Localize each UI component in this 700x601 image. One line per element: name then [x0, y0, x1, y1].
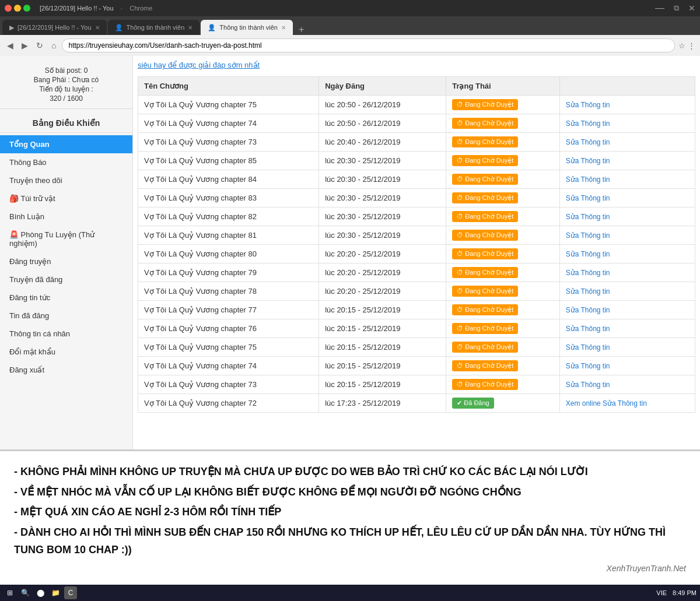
- sidebar-item-tin-da-dang[interactable]: Tin đã đăng: [0, 307, 132, 325]
- sua-thong-tin-link[interactable]: Sửa Thông tin: [566, 343, 610, 352]
- table-row: Vợ Tôi Là Quỷ Vương chapter 77lúc 20:15 …: [138, 301, 695, 319]
- address-bar: ◀ ▶ ↻ ⌂ ☆ ⋮: [0, 35, 700, 56]
- sidebar-item-dang-truyen[interactable]: Đăng truyện: [0, 252, 132, 270]
- back-button[interactable]: ◀: [5, 40, 16, 51]
- tab-2[interactable]: 👤 Thông tin thành viên ✕: [108, 20, 200, 35]
- tab-2-favicon: 👤: [115, 24, 123, 31]
- sidebar-item-binh-luan[interactable]: Bình Luận: [0, 208, 132, 226]
- sidebar-item-dang-tin-tuc[interactable]: Đăng tin tức: [0, 289, 132, 307]
- sua-thong-tin-link[interactable]: Sửa Thông tin: [566, 175, 610, 184]
- search-taskbar-icon[interactable]: 🔍: [19, 586, 32, 599]
- cell-ngay-dang: lúc 20:30 - 25/12/2019: [319, 208, 446, 226]
- sua-thong-tin-link[interactable]: Sửa Thông tin: [566, 231, 610, 240]
- sua-thong-tin-link[interactable]: Sửa Thông tin: [566, 213, 610, 221]
- announcement-line-1: - KHÔNG PHẢI MÌNH KHÔNG UP TRUYỆN MÀ CHƯ…: [14, 463, 686, 481]
- maximize-window-button[interactable]: [23, 5, 30, 12]
- sua-thong-tin-link[interactable]: Sửa Thông tin: [566, 194, 610, 202]
- sidebar-item-dang-xuat[interactable]: Đăng xuất: [0, 361, 132, 379]
- bookmark-icon[interactable]: ☆: [678, 41, 685, 50]
- cell-trang-thai: ⏱ Đang Chờ Duyệt: [446, 375, 560, 394]
- cell-ngay-dang: lúc 20:15 - 25/12/2019: [319, 338, 446, 357]
- cell-trang-thai: ⏱ Đang Chờ Duyệt: [446, 282, 560, 301]
- forward-button[interactable]: ▶: [19, 40, 30, 51]
- cell-trang-thai: ⏱ Đang Chờ Duyệt: [446, 170, 560, 189]
- close-icon[interactable]: ✕: [688, 3, 695, 13]
- sidebar-item-truyen-theo-doi[interactable]: Truyện theo dõi: [0, 171, 132, 189]
- cell-action: Sửa Thông tin: [559, 263, 695, 282]
- reload-button[interactable]: ↻: [34, 40, 46, 51]
- tab-2-close[interactable]: ✕: [188, 24, 192, 31]
- sua-thong-tin-link[interactable]: Sửa Thông tin: [603, 399, 647, 407]
- sua-thong-tin-link[interactable]: Sửa Thông tin: [566, 157, 610, 165]
- cell-ten-chuong: Vợ Tôi Là Quỷ Vương chapter 77: [138, 301, 319, 319]
- address-input[interactable]: [62, 38, 675, 52]
- announcement-line-3: - MỆT QUÁ XIN CÁO AE NGHỈ 2-3 HÔM RỒI TÍ…: [14, 503, 686, 521]
- minimize-window-button[interactable]: [14, 5, 21, 12]
- tab-1[interactable]: ▶ [26/12/2019] Hello !! - You ✕: [2, 20, 107, 35]
- cell-trang-thai: ⏱ Đang Chờ Duyệt: [446, 208, 560, 226]
- tab-1-favicon: ▶: [9, 24, 14, 31]
- sua-thong-tin-link[interactable]: Sửa Thông tin: [566, 138, 610, 146]
- panel-title: Bảng Điều Khiển: [0, 114, 132, 133]
- sua-thong-tin-link[interactable]: Sửa Thông tin: [566, 325, 610, 333]
- xem-online-link[interactable]: Xem online: [566, 399, 603, 407]
- sua-thong-tin-link[interactable]: Sửa Thông tin: [566, 120, 610, 128]
- sua-thong-tin-link[interactable]: Sửa Thông tin: [566, 381, 610, 389]
- sidebar-item-doi-mat-khau[interactable]: Đổi mật khẩu: [0, 343, 132, 361]
- status-badge: ⏱ Đang Chờ Duyệt: [452, 323, 518, 334]
- sidebar-item-thong-tin-ca-nhan[interactable]: Thông tin cá nhân: [0, 325, 132, 343]
- taskbar-chrome[interactable]: C: [64, 586, 77, 599]
- sidebar-item-truyen-da-dang[interactable]: Truyện đã đăng: [0, 270, 132, 289]
- cell-ten-chuong: Vợ Tôi Là Quỷ Vương chapter 72: [138, 394, 319, 413]
- new-tab-button[interactable]: +: [294, 24, 309, 35]
- sua-thong-tin-link[interactable]: Sửa Thông tin: [566, 101, 610, 109]
- close-window-button[interactable]: [5, 5, 12, 12]
- sua-thong-tin-link[interactable]: Sửa Thông tin: [566, 306, 610, 314]
- cell-trang-thai: ⏱ Đang Chờ Duyệt: [446, 319, 560, 338]
- status-badge: ⏱ Đang Chờ Duyệt: [452, 192, 518, 203]
- announcement-line-2: - VỀ MỆT NHÓC MÀ VẪN CỐ UP LẠI KHÔNG BIẾ…: [14, 483, 686, 501]
- tab-1-close[interactable]: ✕: [95, 24, 100, 31]
- bang-phai: Bang Phái : Chưa có: [7, 76, 125, 84]
- cell-action: Sửa Thông tin: [559, 189, 695, 208]
- col-header-trang-thai: Trạng Thái: [446, 77, 560, 96]
- cell-ngay-dang: lúc 20:30 - 25/12/2019: [319, 170, 446, 189]
- so-bai-post: Số bài post: 0: [7, 66, 125, 75]
- home-button[interactable]: ⌂: [49, 40, 58, 51]
- maximize-icon[interactable]: ⧉: [674, 3, 679, 13]
- window-controls: [5, 5, 30, 12]
- status-badge: ⏱ Đang Chờ Duyệt: [452, 118, 518, 129]
- sidebar-item-tui-tru-vat[interactable]: 🎒 Túi trữ vật: [0, 189, 132, 208]
- cell-ngay-dang: lúc 20:30 - 25/12/2019: [319, 226, 446, 245]
- sidebar-item-phong-tu-luyen[interactable]: 🚨 Phòng Tu Luyện (Thử nghiệm): [0, 226, 132, 252]
- sidebar-item-tong-quan[interactable]: Tổng Quan: [0, 135, 132, 153]
- start-icon[interactable]: ⊞: [4, 586, 16, 599]
- status-badge: ⏱ Đang Chờ Duyệt: [452, 379, 518, 390]
- col-header-action: [559, 77, 695, 96]
- cell-action: Sửa Thông tin: [559, 375, 695, 394]
- sua-thong-tin-link[interactable]: Sửa Thông tin: [566, 287, 610, 296]
- minimize-icon[interactable]: —: [655, 3, 664, 13]
- sidebar-item-thong-bao[interactable]: Thông Báo: [0, 153, 132, 171]
- tab-3-label: Thông tin thành viên: [219, 24, 278, 31]
- taskbar-cortana[interactable]: ⬤: [34, 586, 47, 599]
- cell-ten-chuong: Vợ Tôi Là Quỷ Vương chapter 85: [138, 152, 319, 170]
- sua-thong-tin-link[interactable]: Sửa Thông tin: [566, 362, 610, 370]
- taskbar-time: 8:49 PM: [673, 589, 696, 596]
- tab-3[interactable]: 👤 Thông tin thành viên ✕: [201, 20, 293, 35]
- cell-action: Sửa Thông tin: [559, 114, 695, 133]
- tab-2-label: Thông tin thành viên: [127, 24, 185, 31]
- tab-3-close[interactable]: ✕: [281, 24, 286, 31]
- cell-action: Sửa Thông tin: [559, 282, 695, 301]
- chapters-table: Tên Chương Ngày Đăng Trạng Thái Vợ Tôi L…: [138, 76, 695, 413]
- sua-thong-tin-link[interactable]: Sửa Thông tin: [566, 250, 610, 258]
- cell-action: Sửa Thông tin: [559, 338, 695, 357]
- cell-trang-thai: ⏱ Đang Chờ Duyệt: [446, 245, 560, 263]
- table-row: Vợ Tôi Là Quỷ Vương chapter 83lúc 20:30 …: [138, 189, 695, 208]
- intro-link[interactable]: siêu hay để được giải đáp sớm nhất: [138, 61, 260, 69]
- sua-thong-tin-link[interactable]: Sửa Thông tin: [566, 269, 610, 277]
- browser-name: Chrome: [130, 5, 152, 12]
- cell-trang-thai: ⏱ Đang Chờ Duyệt: [446, 263, 560, 282]
- taskbar-file-explorer[interactable]: 📁: [49, 586, 62, 599]
- menu-icon[interactable]: ⋮: [688, 41, 695, 50]
